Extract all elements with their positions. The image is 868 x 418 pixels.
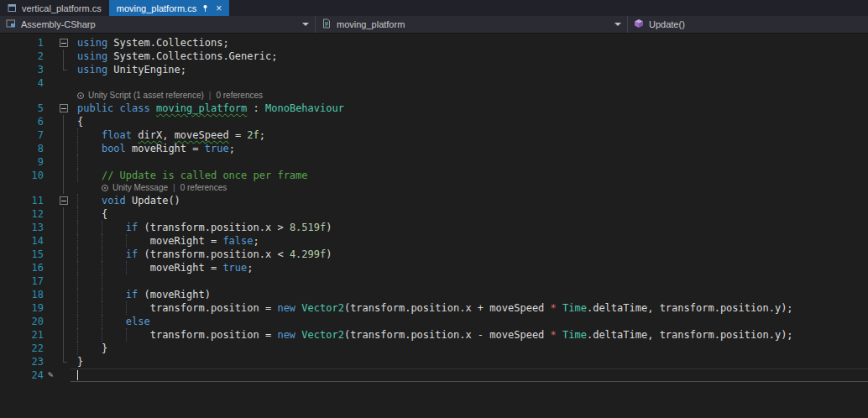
line-number[interactable]: 21 <box>0 328 44 342</box>
line-number[interactable]: 3 <box>0 63 44 76</box>
code-text[interactable]: using UnityEngine; <box>71 63 868 76</box>
code-text[interactable]: moveRight = false; <box>71 234 868 248</box>
code-token: new <box>277 302 295 314</box>
indent-guide <box>102 274 102 288</box>
code-text[interactable]: bool moveRight = true; <box>71 142 868 155</box>
file-icon <box>8 3 17 13</box>
glyph-margin <box>44 169 57 182</box>
code-text[interactable] <box>71 155 868 169</box>
line-number[interactable]: 12 <box>0 207 44 221</box>
code-text[interactable]: float dirX, moveSpeed = 2f; <box>71 128 868 142</box>
code-editor: 1using System.Collections;2using System.… <box>0 34 868 418</box>
code-text[interactable]: using System.Collections; <box>71 36 868 50</box>
code-token: using <box>77 37 107 49</box>
fold-gutter <box>57 342 71 355</box>
code-text[interactable]: } <box>71 355 868 368</box>
indent-guide <box>77 194 78 207</box>
indent-guide <box>102 288 102 301</box>
line-number[interactable]: 20 <box>0 315 44 328</box>
collapse-icon[interactable] <box>60 39 68 47</box>
codelens-link[interactable]: 0 references <box>216 90 263 102</box>
project-dropdown[interactable]: Assembly-CSharp <box>0 16 316 33</box>
line-number[interactable]: 17 <box>0 274 44 288</box>
fold-gutter[interactable] <box>57 102 71 115</box>
code-token: false <box>222 235 253 247</box>
code-text[interactable]: public class moving_platform : MonoBehav… <box>71 102 868 115</box>
code-text[interactable] <box>71 76 868 90</box>
code-token: ; <box>254 235 259 247</box>
code-token: ) <box>326 248 332 260</box>
code-line-11: 11 void Update() <box>0 194 868 207</box>
line-number[interactable]: 16 <box>0 261 44 274</box>
line-number[interactable]: 23 <box>0 355 44 368</box>
code-text[interactable]: } <box>71 342 868 355</box>
line-number[interactable]: 19 <box>0 301 44 315</box>
code-text[interactable]: if (transform.position.x < 4.299f) <box>71 248 868 261</box>
tab-moving-platform[interactable]: moving_platform.cs × <box>109 0 229 16</box>
codelens-link[interactable]: Unity Message <box>112 182 168 194</box>
line-number[interactable]: 24 <box>0 368 44 382</box>
code-text[interactable]: if (moveRight) <box>71 288 868 301</box>
fold-gutter <box>57 328 71 342</box>
code-line-1: 1using System.Collections; <box>0 36 868 50</box>
fold-gutter[interactable] <box>57 36 71 50</box>
line-number[interactable]: 15 <box>0 248 44 261</box>
pin-icon[interactable] <box>201 4 209 13</box>
code-token: true <box>205 143 229 154</box>
line-number[interactable]: 18 <box>0 288 44 301</box>
code-text[interactable]: void Update() <box>71 194 868 207</box>
glyph-margin <box>44 63 57 76</box>
line-number[interactable]: 10 <box>0 169 44 182</box>
line-number[interactable]: 14 <box>0 234 44 248</box>
tab-vertical-platform[interactable]: vertical_platform.cs <box>0 0 109 16</box>
indent-guide <box>102 234 102 248</box>
code-text[interactable]: else <box>71 315 868 328</box>
line-number[interactable]: 1 <box>0 36 44 50</box>
code-token: void <box>102 195 126 206</box>
code-text[interactable]: moveRight = true; <box>71 261 868 274</box>
code-text[interactable]: { <box>71 207 868 221</box>
indent-guide <box>77 301 78 315</box>
code-token: MonoBehaviour <box>265 102 344 114</box>
code-text[interactable]: using System.Collections.Generic; <box>71 50 868 63</box>
glyph-margin <box>44 50 57 63</box>
line-number[interactable]: 5 <box>0 102 44 115</box>
line-number[interactable]: 6 <box>0 115 44 128</box>
line-number[interactable]: 11 <box>0 194 44 207</box>
line-number[interactable]: 4 <box>0 76 44 90</box>
code-text[interactable]: transform.position = new Vector2(transfo… <box>71 301 868 315</box>
line-number[interactable]: 9 <box>0 155 44 169</box>
collapse-icon[interactable] <box>60 104 68 112</box>
type-dropdown[interactable]: moving_platform <box>316 16 628 33</box>
indent-guide <box>77 315 78 328</box>
code-text[interactable] <box>71 368 868 382</box>
fold-gutter <box>57 115 71 128</box>
code-token <box>77 195 102 206</box>
fold-gutter[interactable] <box>57 194 71 207</box>
codelens-link[interactable]: Unity Script (1 asset reference) <box>88 90 204 102</box>
line-number[interactable]: 7 <box>0 128 44 142</box>
member-dropdown[interactable]: Update() <box>628 16 868 33</box>
indent-guide <box>102 261 102 274</box>
codelens-link[interactable]: 0 references <box>180 182 227 194</box>
line-number[interactable]: 2 <box>0 50 44 63</box>
code-token: System.Collections; <box>107 37 229 49</box>
line-number[interactable]: 22 <box>0 342 44 355</box>
glyph-margin <box>44 221 57 234</box>
code-text[interactable] <box>71 274 868 288</box>
code-text[interactable]: { <box>71 115 868 128</box>
indent-guide <box>77 248 78 261</box>
code-line-3: 3using UnityEngine; <box>0 63 868 76</box>
code-token: dirX <box>138 129 162 141</box>
collapse-icon[interactable] <box>60 196 68 205</box>
code-token <box>557 302 562 314</box>
line-number[interactable]: 8 <box>0 142 44 155</box>
code-line-10: 10 // Update is called once per frame <box>0 169 868 182</box>
code-text[interactable]: // Update is called once per frame <box>71 169 868 182</box>
code-text[interactable]: transform.position = new Vector2(transfo… <box>71 328 868 342</box>
line-number[interactable]: 13 <box>0 221 44 234</box>
code-line-14: 14 moveRight = false; <box>0 234 868 248</box>
fold-gutter <box>57 221 71 234</box>
code-text[interactable]: if (transform.position.x > 8.519f) <box>71 221 868 234</box>
close-icon[interactable]: × <box>216 3 222 13</box>
